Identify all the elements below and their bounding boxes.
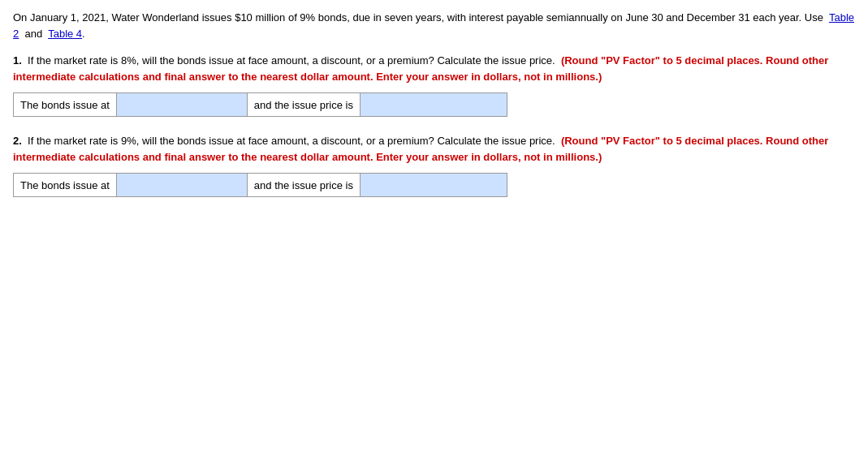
question2-block: 2. If the market rate is 9%, will the bo… (13, 133, 855, 197)
intro-and: and (24, 28, 42, 40)
table4-link[interactable]: Table 4 (48, 28, 82, 40)
question2-input2[interactable] (361, 174, 507, 196)
question1-label: 1. If the market rate is 8%, will the bo… (13, 53, 855, 84)
question1-block: 1. If the market rate is 8%, will the bo… (13, 53, 855, 117)
question2-label: 2. If the market rate is 9%, will the bo… (13, 133, 855, 165)
question1-number: 1. (13, 54, 22, 67)
question2-number: 2. (13, 135, 22, 147)
intro-text: On January 1, 2021, Water Wonderland iss… (13, 11, 823, 24)
intro-paragraph: On January 1, 2021, Water Wonderland iss… (13, 10, 855, 41)
intro-end: . (82, 28, 85, 40)
question1-input-row: The bonds issue at and the issue price i… (13, 92, 507, 117)
question2-input1[interactable] (117, 174, 247, 196)
question1-input1[interactable] (117, 93, 247, 116)
question2-text-black: If the market rate is 9%, will the bonds… (28, 135, 555, 147)
question1-bonds-label: The bonds issue at (14, 93, 117, 116)
question1-and-label: and the issue price is (247, 93, 361, 116)
question2-bonds-label: The bonds issue at (14, 174, 117, 196)
question1-text-black: If the market rate is 8%, will the bonds… (28, 54, 555, 67)
question2-and-label: and the issue price is (247, 174, 361, 196)
question1-input2[interactable] (361, 93, 507, 116)
question2-input-row: The bonds issue at and the issue price i… (13, 173, 507, 197)
